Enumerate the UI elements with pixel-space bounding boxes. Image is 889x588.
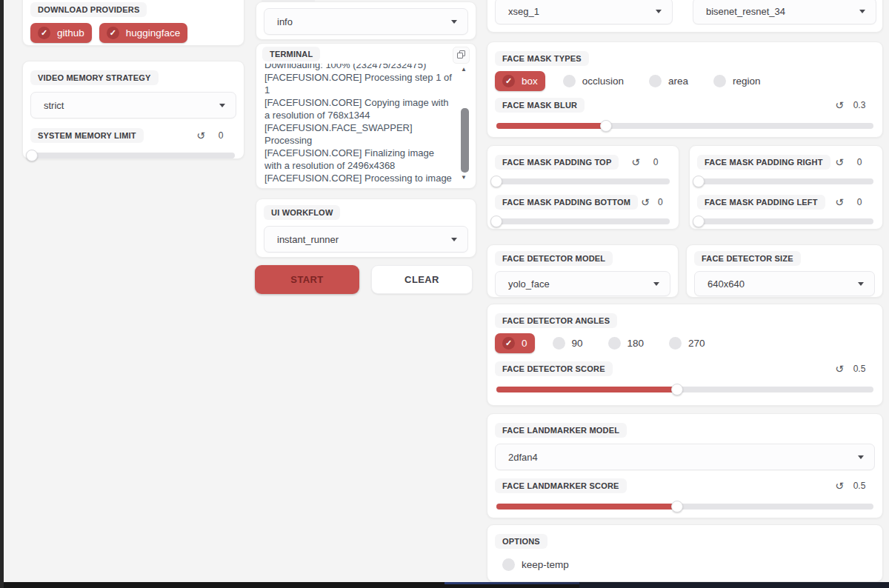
face-detector-angles-card: FACE DETECTOR ANGLES ✓ 0 90 180 270 FACE… — [487, 304, 883, 406]
checkbox-angle-180[interactable]: 180 — [601, 333, 652, 353]
checkbox-github[interactable]: ✓ github — [30, 23, 92, 43]
face-mask-padding-top-label: FACE MASK PADDING TOP — [495, 155, 619, 170]
face-detector-model-label: FACE DETECTOR MODEL — [495, 251, 613, 266]
face-mask-padding-bottom-slider[interactable] — [496, 218, 670, 224]
face-mask-padding-right-value: 0 — [847, 157, 872, 167]
checkbox-circle-icon — [669, 337, 682, 350]
checkbox-huggingface-label: huggingface — [126, 27, 181, 39]
checkbox-angle-270[interactable]: 270 — [662, 333, 713, 353]
scroll-up-icon[interactable]: ▲ — [459, 66, 468, 73]
chevron-down-icon — [219, 104, 225, 107]
chevron-down-icon — [451, 238, 457, 241]
system-memory-limit-slider[interactable] — [32, 153, 235, 158]
video-memory-strategy-dropdown[interactable]: strict — [30, 92, 236, 118]
checkbox-github-label: github — [57, 27, 84, 39]
face-detector-model-card: FACE DETECTOR MODEL yolo_face — [487, 244, 679, 298]
face-landmarker-card: FACE LANDMARKER MODEL 2dfan4 FACE LANDMA… — [487, 413, 883, 518]
face-mask-padding-card-right: FACE MASK PADDING RIGHT ↺ 0 FACE MASK PA… — [689, 145, 883, 230]
checkbox-keep-temp[interactable]: keep-temp — [495, 555, 576, 575]
checkbox-circle-icon — [553, 337, 565, 350]
bottom-edge-right — [579, 582, 889, 588]
options-label: OPTIONS — [495, 534, 547, 549]
reset-icon[interactable]: ↺ — [832, 481, 847, 491]
video-memory-strategy-value: strict — [44, 100, 64, 111]
clear-button[interactable]: CLEAR — [371, 265, 473, 294]
log-level-dropdown[interactable]: info — [264, 8, 468, 35]
face-mask-padding-right-slider[interactable] — [699, 178, 873, 184]
copy-button[interactable] — [453, 47, 470, 64]
chevron-down-icon — [653, 282, 659, 286]
chevron-down-icon — [858, 455, 864, 459]
checkbox-box[interactable]: ✓ box — [495, 71, 545, 91]
slider-fill — [496, 387, 677, 392]
slider-handle[interactable] — [671, 501, 683, 512]
terminal-line: [FACEFUSION.CORE] Copying image with a r… — [264, 96, 453, 121]
ui-workflow-value: instant_runner — [277, 234, 339, 245]
reset-icon[interactable]: ↺ — [628, 157, 643, 167]
face-landmarker-score-slider[interactable] — [496, 504, 873, 510]
start-button[interactable]: START — [255, 265, 359, 294]
slider-handle[interactable] — [26, 150, 38, 161]
face-mask-padding-bottom-value: 0 — [653, 197, 668, 207]
checkbox-circle-icon — [563, 75, 576, 87]
terminal-line: [FACEFUSION.CORE] Finalizing image with … — [264, 147, 453, 172]
face-detector-model-dropdown[interactable]: yolo_face — [495, 271, 670, 296]
checkbox-area[interactable]: area — [642, 71, 696, 91]
checkbox-region[interactable]: region — [706, 71, 768, 91]
face-mask-padding-card-left: FACE MASK PADDING TOP ↺ 0 FACE MASK PADD… — [487, 145, 679, 230]
check-icon: ✓ — [502, 337, 515, 350]
ui-workflow-dropdown[interactable]: instant_runner — [264, 226, 468, 253]
slider-handle[interactable] — [600, 120, 612, 132]
chevron-down-icon — [859, 10, 865, 13]
scrollbar-thumb[interactable] — [461, 108, 469, 173]
bottom-window-edge — [0, 582, 889, 588]
face-landmarker-model-label: FACE LANDMARKER MODEL — [495, 423, 627, 438]
checkbox-occlusion[interactable]: occlusion — [556, 71, 631, 91]
terminal-line: [FACEFUSION.CORE] Processing step 1 of 1 — [264, 71, 453, 96]
face-mask-padding-left-slider[interactable] — [699, 218, 873, 224]
check-icon: ✓ — [502, 75, 515, 87]
download-providers-card: DOWNLOAD PROVIDERS ✓ github ✓ huggingfac… — [22, 0, 244, 46]
face-mask-padding-top-slider[interactable] — [496, 178, 670, 184]
face-parser-model-dropdown[interactable]: bisenet_resnet_34 — [693, 0, 876, 24]
reset-icon[interactable]: ↺ — [832, 157, 847, 167]
face-mask-padding-right-label: FACE MASK PADDING RIGHT — [697, 155, 830, 170]
ui-workflow-label: UI WORKFLOW — [264, 205, 340, 220]
reset-icon[interactable]: ↺ — [832, 100, 847, 110]
face-detector-size-value: 640x640 — [707, 278, 745, 290]
reset-icon[interactable]: ↺ — [638, 197, 653, 207]
slider-handle[interactable] — [490, 216, 502, 227]
terminal-card: TERMINAL Downloading: 100% (232475/23247… — [256, 43, 476, 189]
face-detector-size-card: FACE DETECTOR SIZE 640x640 — [686, 244, 883, 298]
terminal-line: [FACEFUSION.FACE_SWAPPER] Processing — [264, 121, 453, 147]
face-mask-types-label: FACE MASK TYPES — [495, 51, 589, 66]
reset-icon[interactable]: ↺ — [832, 197, 847, 207]
checkbox-angle-0[interactable]: ✓ 0 — [495, 333, 535, 353]
chevron-down-icon — [656, 10, 662, 13]
terminal-line: [FACEFUSION.CORE] Processing to image su… — [264, 172, 453, 184]
slider-handle[interactable] — [693, 176, 705, 187]
face-landmarker-model-dropdown[interactable]: 2dfan4 — [495, 444, 875, 470]
slider-handle[interactable] — [490, 176, 502, 187]
slider-handle[interactable] — [693, 216, 705, 227]
checkbox-circle-icon — [713, 75, 726, 87]
face-mask-blur-slider[interactable] — [496, 123, 873, 129]
face-detector-model-value: yolo_face — [508, 278, 550, 290]
face-detector-score-value: 0.5 — [847, 364, 872, 374]
face-mask-padding-top-value: 0 — [643, 157, 668, 167]
face-detector-size-dropdown[interactable]: 640x640 — [694, 271, 875, 296]
terminal-output[interactable]: Downloading: 100% (232475/232475) [FACEF… — [264, 64, 453, 184]
checkbox-huggingface[interactable]: ✓ huggingface — [99, 23, 188, 43]
face-occluder-model-dropdown[interactable]: xseg_1 — [495, 0, 673, 24]
reset-icon[interactable]: ↺ — [193, 130, 208, 141]
slider-handle[interactable] — [671, 384, 683, 395]
terminal-line: Downloading: 100% (232475/232475) — [264, 64, 453, 71]
checkbox-angle-90[interactable]: 90 — [545, 333, 590, 353]
reset-icon[interactable]: ↺ — [832, 364, 847, 374]
checkbox-circle-icon — [608, 337, 621, 350]
slider-fill — [496, 123, 606, 129]
copy-icon — [455, 49, 467, 61]
scroll-down-icon[interactable]: ▼ — [459, 174, 468, 181]
face-detector-score-slider[interactable] — [496, 387, 873, 392]
video-memory-strategy-label: VIDEO MEMORY STRATEGY — [30, 70, 159, 85]
